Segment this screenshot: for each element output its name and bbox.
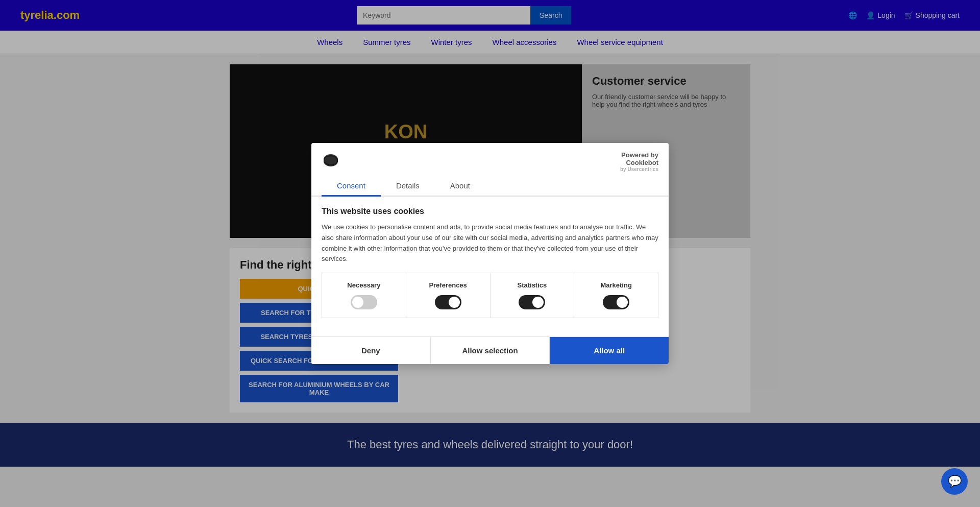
cookiebot-logo-svg [322,151,340,170]
cookiebot-brand: Powered by Cookiebot by Usercentrics [620,151,658,172]
cookie-action-buttons: Deny Allow selection Allow all [311,336,669,364]
deny-button[interactable]: Deny [311,337,431,364]
cookie-dialog: Powered by Cookiebot by Usercentrics Con… [311,143,669,364]
cookie-tabs: Consent Details About [311,176,669,197]
cookie-toggles-row: Necessary Preferences Statistics Marketi… [322,273,658,318]
allow-all-button[interactable]: Allow all [550,337,669,364]
toggle-marketing: Marketing [574,273,658,318]
cookie-content-title: This website uses cookies [322,207,658,216]
svg-point-3 [325,156,337,164]
cookie-logo [322,151,340,172]
necessary-toggle[interactable] [351,295,377,309]
cookie-content-body: We use cookies to personalise content an… [322,222,658,264]
tab-consent[interactable]: Consent [322,176,381,197]
tab-about[interactable]: About [435,176,485,197]
statistics-toggle[interactable] [519,295,545,309]
cookie-dialog-header: Powered by Cookiebot by Usercentrics [311,143,669,176]
toggle-necessary: Necessary [322,273,406,318]
preferences-toggle[interactable] [435,295,461,309]
marketing-toggle[interactable] [603,295,629,309]
allow-selection-button[interactable]: Allow selection [431,337,550,364]
toggle-statistics: Statistics [491,273,575,318]
cookie-overlay: Powered by Cookiebot by Usercentrics Con… [0,0,980,467]
cookie-content: This website uses cookies We use cookies… [311,197,669,336]
toggle-preferences: Preferences [406,273,491,318]
tab-details[interactable]: Details [381,176,435,197]
